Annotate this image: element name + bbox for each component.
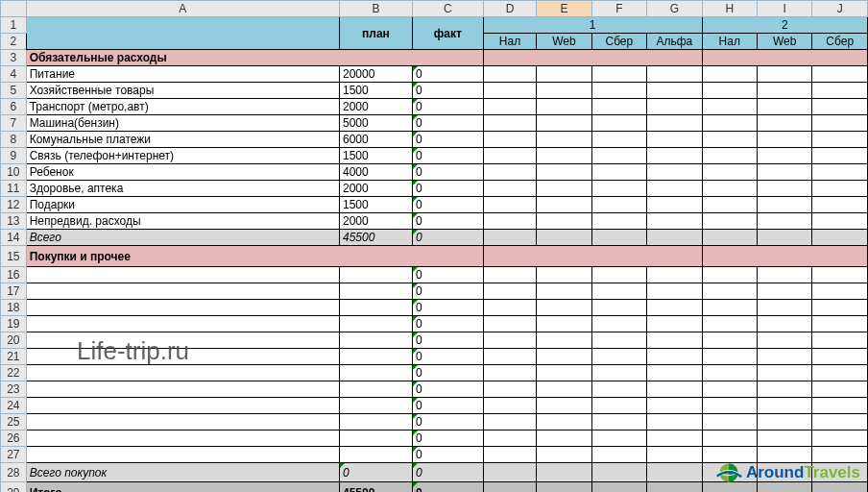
cell[interactable] (26, 316, 339, 332)
cell-fact[interactable]: 0 (412, 316, 483, 332)
cell[interactable] (339, 381, 412, 398)
cell[interactable] (26, 332, 339, 349)
cell-fact[interactable]: 0 (412, 332, 483, 349)
cell-fact[interactable]: 0 (412, 414, 483, 430)
sub-web-2[interactable]: Web (757, 34, 811, 50)
row-17[interactable]: 17 (1, 283, 27, 300)
cell[interactable] (339, 365, 412, 381)
row-20[interactable]: 20 (1, 332, 27, 349)
cell-label[interactable]: Питание (26, 66, 339, 83)
cell-label[interactable]: Подарки (26, 197, 339, 213)
cell-fact[interactable]: 0 (412, 365, 483, 381)
row-13[interactable]: 13 (1, 213, 27, 230)
col-D[interactable]: D (483, 1, 536, 17)
cell-plan[interactable]: 2000 (339, 213, 412, 230)
cell-plan[interactable]: 5000 (339, 115, 412, 132)
row-19[interactable]: 19 (1, 316, 27, 332)
row-22[interactable]: 22 (1, 365, 27, 381)
row-18[interactable]: 18 (1, 300, 27, 316)
row-2[interactable]: 2 (1, 34, 27, 50)
sub-alfa-1[interactable]: Альфа (647, 34, 702, 50)
row-21[interactable]: 21 (1, 349, 27, 365)
row-15[interactable]: 15 (1, 246, 27, 267)
cell-fact[interactable]: 0 (412, 283, 483, 300)
cell-fact[interactable]: 0 (412, 398, 483, 414)
sub-nal-1[interactable]: Нал (483, 34, 536, 50)
cell-plan[interactable]: 2000 (339, 181, 412, 197)
row-24[interactable]: 24 (1, 398, 27, 414)
cell[interactable] (339, 316, 412, 332)
cell-fact[interactable]: 0 (412, 148, 483, 164)
cell-label[interactable]: Непредвид. расходы (26, 213, 339, 230)
header-group-1[interactable]: 1 (483, 17, 702, 34)
grand-total-label[interactable]: Итого (26, 482, 339, 493)
cell-plan[interactable]: 2000 (339, 99, 412, 115)
cell[interactable] (339, 430, 412, 447)
col-A[interactable]: A (26, 1, 339, 17)
row-10[interactable]: 10 (1, 164, 27, 181)
cell-fact[interactable]: 0 (412, 66, 483, 83)
cell-label[interactable]: Хозяйственные товары (26, 83, 339, 99)
row-28[interactable]: 28 (1, 463, 27, 482)
cell[interactable] (339, 283, 412, 300)
grand-total-plan[interactable]: 45500 (339, 482, 412, 493)
col-E[interactable]: E (537, 1, 591, 17)
col-F[interactable]: F (591, 1, 646, 17)
cell-plan[interactable]: 20000 (339, 66, 412, 83)
row-9[interactable]: 9 (1, 148, 27, 164)
subtotal-label[interactable]: Всего (26, 230, 339, 246)
cell-fact[interactable]: 0 (412, 181, 483, 197)
col-C[interactable]: C (412, 1, 483, 17)
row-7[interactable]: 7 (1, 115, 27, 132)
cell-label[interactable]: Транспорт (метро,авт) (26, 99, 339, 115)
cell-plan[interactable]: 4000 (339, 164, 412, 181)
row-27[interactable]: 27 (1, 447, 27, 463)
cell[interactable] (26, 267, 339, 283)
cell-label[interactable]: Здоровье, аптека (26, 181, 339, 197)
cell-fact[interactable]: 0 (412, 83, 483, 99)
header-fact[interactable]: факт (412, 17, 483, 50)
cell[interactable] (339, 398, 412, 414)
cell-fact[interactable]: 0 (412, 430, 483, 447)
cell-fact[interactable]: 0 (412, 99, 483, 115)
grand-total-fact[interactable]: 0 (412, 482, 483, 493)
row-6[interactable]: 6 (1, 99, 27, 115)
cell[interactable] (339, 267, 412, 283)
total-purchases-label[interactable]: Всего покупок (26, 463, 339, 482)
subtotal-fact[interactable]: 0 (412, 230, 483, 246)
cell[interactable] (26, 300, 339, 316)
row-23[interactable]: 23 (1, 381, 27, 398)
cell-fact[interactable]: 0 (412, 197, 483, 213)
col-G[interactable]: G (647, 1, 702, 17)
cell[interactable] (339, 414, 412, 430)
row-8[interactable]: 8 (1, 132, 27, 148)
row-12[interactable]: 12 (1, 197, 27, 213)
row-25[interactable]: 25 (1, 414, 27, 430)
cell-fact[interactable]: 0 (412, 213, 483, 230)
cell-plan[interactable]: 6000 (339, 132, 412, 148)
cell-label[interactable]: Комунальные платежи (26, 132, 339, 148)
cell[interactable] (26, 381, 339, 398)
header-group-2[interactable]: 2 (702, 17, 867, 34)
cell[interactable] (26, 430, 339, 447)
cell-fact[interactable]: 0 (412, 300, 483, 316)
section-purchases-label[interactable]: Покупки и прочее (26, 246, 483, 267)
cell[interactable] (26, 365, 339, 381)
cell[interactable] (26, 283, 339, 300)
row-26[interactable]: 26 (1, 430, 27, 447)
header-plan[interactable]: план (339, 17, 412, 50)
col-H[interactable]: H (702, 1, 757, 17)
row-4[interactable]: 4 (1, 66, 27, 83)
cell-label[interactable]: Ребенок (26, 164, 339, 181)
cell-fact[interactable]: 0 (412, 115, 483, 132)
cell-fact[interactable]: 0 (412, 164, 483, 181)
cell-label[interactable]: Машина(бензин) (26, 115, 339, 132)
spreadsheet-grid[interactable]: A B C D E F G H I J 1 план факт 1 2 2 На… (0, 0, 868, 492)
col-B[interactable]: B (339, 1, 412, 17)
col-J[interactable]: J (812, 1, 868, 17)
cell-label[interactable]: Связь (телефон+интернет) (26, 148, 339, 164)
cell-plan[interactable]: 1500 (339, 83, 412, 99)
row-5[interactable]: 5 (1, 83, 27, 99)
cell-plan[interactable]: 1500 (339, 148, 412, 164)
cell-fact[interactable]: 0 (412, 349, 483, 365)
